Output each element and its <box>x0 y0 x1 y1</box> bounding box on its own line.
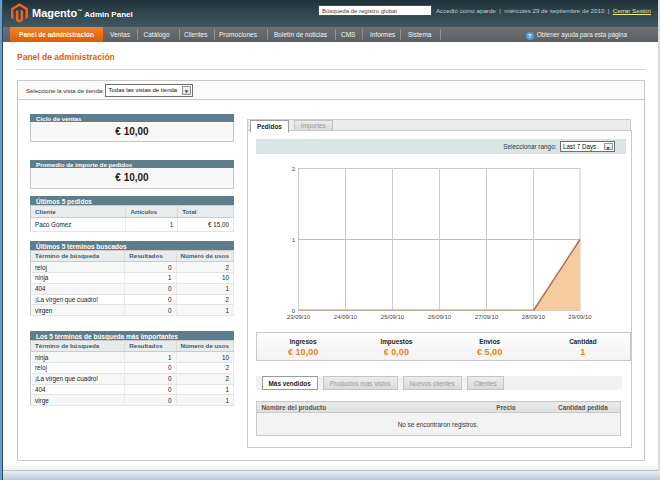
svg-text:27/09/10: 27/09/10 <box>475 314 499 320</box>
svg-text:1: 1 <box>292 237 296 243</box>
svg-text:29/09/10: 29/09/10 <box>568 314 592 320</box>
svg-text:23/09/10: 23/09/10 <box>287 314 311 320</box>
svg-text:26/09/10: 26/09/10 <box>428 314 452 320</box>
svg-text:25/09/10: 25/09/10 <box>381 314 405 320</box>
svg-text:2: 2 <box>292 166 296 172</box>
svg-text:24/09/10: 24/09/10 <box>334 314 358 320</box>
svg-text:28/09/10: 28/09/10 <box>522 314 546 320</box>
